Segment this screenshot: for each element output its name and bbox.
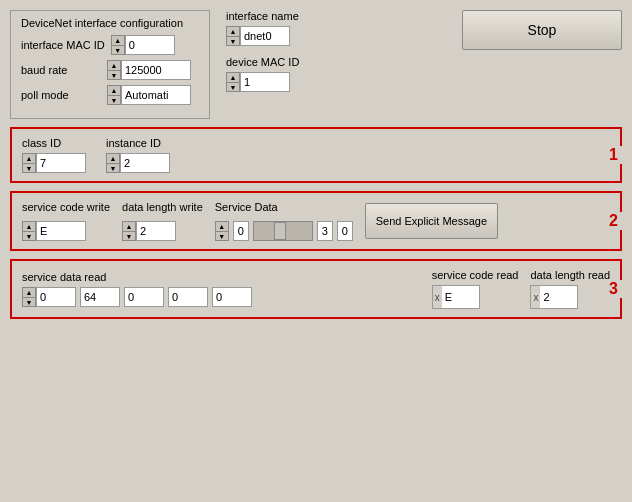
poll-mode-spinner-btns: ▲ ▼ <box>107 85 121 105</box>
data-length-write-input[interactable] <box>136 221 176 241</box>
class-id-spinner: ▲ ▼ <box>22 153 86 173</box>
dl-write-spinner-btns: ▲ ▼ <box>122 221 136 241</box>
instance-id-up-btn[interactable]: ▲ <box>106 153 120 163</box>
iface-name-up-btn[interactable]: ▲ <box>226 26 240 36</box>
baud-rate-up-btn[interactable]: ▲ <box>107 60 121 70</box>
sdr-input-2[interactable] <box>124 287 164 307</box>
slider-spinner-btns: ▲ ▼ <box>215 221 229 241</box>
slider-thumb[interactable] <box>274 222 286 240</box>
slider-track[interactable] <box>253 221 313 241</box>
section2-content: service code write ▲ ▼ data length write… <box>22 201 610 241</box>
device-mac-spinner: ▲ ▼ <box>226 72 299 92</box>
section2: service code write ▲ ▼ data length write… <box>10 191 622 251</box>
sdr-val0-spinner: ▲ ▼ <box>22 287 76 307</box>
interface-name-spinner: ▲ ▼ <box>226 26 299 46</box>
device-mac-up-btn[interactable]: ▲ <box>226 72 240 82</box>
section1: class ID ▲ ▼ instance ID ▲ ▼ <box>10 127 622 183</box>
interface-name-label: interface name <box>226 10 299 22</box>
slider-val-input[interactable] <box>317 221 333 241</box>
baud-rate-label: baud rate <box>21 64 101 76</box>
service-code-write-spinner: ▲ ▼ <box>22 221 110 241</box>
section3-number: 3 <box>605 280 622 298</box>
data-length-read-field: data length read x <box>530 269 610 309</box>
service-code-write-label: service code write <box>22 201 110 213</box>
service-data-label-text: Service Data <box>215 201 353 213</box>
stop-button[interactable]: Stop <box>462 10 622 50</box>
section1-content: class ID ▲ ▼ instance ID ▲ ▼ <box>22 137 610 173</box>
mac-id-down-btn[interactable]: ▼ <box>111 45 125 55</box>
right-config: interface name ▲ ▼ device MAC ID ▲ ▼ <box>226 10 299 92</box>
class-id-field: class ID ▲ ▼ <box>22 137 86 173</box>
mac-id-spinner-btns: ▲ ▼ <box>111 35 125 55</box>
interface-name-input[interactable] <box>240 26 290 46</box>
top-row: DeviceNet interface configuration interf… <box>10 10 622 119</box>
iface-name-down-btn[interactable]: ▼ <box>226 36 240 46</box>
section3-content: service data read ▲ ▼ <box>22 269 610 309</box>
mac-id-up-btn[interactable]: ▲ <box>111 35 125 45</box>
mac-id-label: interface MAC ID <box>21 39 105 51</box>
instance-id-down-btn[interactable]: ▼ <box>106 163 120 173</box>
instance-id-spinner: ▲ ▼ <box>106 153 170 173</box>
sc-write-up-btn[interactable]: ▲ <box>22 221 36 231</box>
section1-number: 1 <box>605 146 622 164</box>
service-code-read-field: service code read x <box>432 269 519 309</box>
service-data-read-area: service data read ▲ ▼ <box>22 271 252 307</box>
service-data-field: Service Data ▲ ▼ <box>215 201 353 241</box>
data-length-read-input[interactable] <box>540 285 578 309</box>
class-id-label: class ID <box>22 137 86 149</box>
service-data-read-label: service data read <box>22 271 252 283</box>
data-length-read-prefix: x <box>530 285 540 309</box>
class-id-down-btn[interactable]: ▼ <box>22 163 36 173</box>
poll-mode-spinner: ▲ ▼ <box>107 85 191 105</box>
slider-area: ▲ ▼ <box>215 221 353 241</box>
section3-right: service code read x data length read x <box>432 269 610 309</box>
dl-write-down-btn[interactable]: ▼ <box>122 231 136 241</box>
sdr-input-4[interactable] <box>212 287 252 307</box>
poll-mode-input[interactable] <box>121 85 191 105</box>
device-mac-down-btn[interactable]: ▼ <box>226 82 240 92</box>
device-mac-label: device MAC ID <box>226 56 299 68</box>
service-code-read-label: service code read <box>432 269 519 281</box>
slider-down-btn[interactable]: ▼ <box>215 231 229 241</box>
service-code-read-input-wrap: x <box>432 285 519 309</box>
poll-mode-row: poll mode ▲ ▼ <box>21 85 199 105</box>
sdr0-down-btn[interactable]: ▼ <box>22 297 36 307</box>
poll-mode-label: poll mode <box>21 89 101 101</box>
sdr-input-1[interactable] <box>80 287 120 307</box>
service-code-write-input[interactable] <box>36 221 86 241</box>
device-mac-input[interactable] <box>240 72 290 92</box>
iface-name-spinner-btns: ▲ ▼ <box>226 26 240 46</box>
service-data-read-inputs: ▲ ▼ <box>22 287 252 307</box>
baud-rate-input[interactable] <box>121 60 191 80</box>
data-length-read-label: data length read <box>530 269 610 281</box>
mac-id-row: interface MAC ID ▲ ▼ <box>21 35 199 55</box>
service-code-write-field: service code write ▲ ▼ <box>22 201 110 241</box>
slider-up-btn[interactable]: ▲ <box>215 221 229 231</box>
send-explicit-button[interactable]: Send Explicit Message <box>365 203 498 239</box>
instance-id-spinner-btns: ▲ ▼ <box>106 153 120 173</box>
devicenet-config-box: DeviceNet interface configuration interf… <box>10 10 210 119</box>
dl-write-up-btn[interactable]: ▲ <box>122 221 136 231</box>
sc-write-down-btn[interactable]: ▼ <box>22 231 36 241</box>
stop-button-area: Stop <box>462 10 622 50</box>
poll-mode-down-btn[interactable]: ▼ <box>107 95 121 105</box>
device-mac-area: device MAC ID ▲ ▼ <box>226 56 299 92</box>
slider-right-input[interactable] <box>337 221 353 241</box>
sdr0-up-btn[interactable]: ▲ <box>22 287 36 297</box>
sdr-input-0[interactable] <box>36 287 76 307</box>
instance-id-input[interactable] <box>120 153 170 173</box>
class-id-up-btn[interactable]: ▲ <box>22 153 36 163</box>
service-code-read-input[interactable] <box>442 285 480 309</box>
poll-mode-up-btn[interactable]: ▲ <box>107 85 121 95</box>
instance-id-label: instance ID <box>106 137 170 149</box>
data-length-write-spinner: ▲ ▼ <box>122 221 203 241</box>
data-length-write-field: data length write ▲ ▼ <box>122 201 203 241</box>
slider-left-input[interactable] <box>233 221 249 241</box>
main-container: DeviceNet interface configuration interf… <box>0 0 632 329</box>
mac-id-input[interactable] <box>125 35 175 55</box>
baud-rate-down-btn[interactable]: ▼ <box>107 70 121 80</box>
baud-rate-row: baud rate ▲ ▼ <box>21 60 199 80</box>
sdr-input-3[interactable] <box>168 287 208 307</box>
class-id-input[interactable] <box>36 153 86 173</box>
mac-id-spinner: ▲ ▼ <box>111 35 175 55</box>
